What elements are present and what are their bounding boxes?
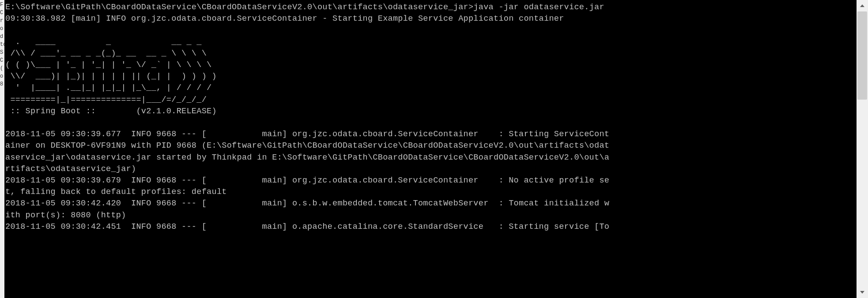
chevron-up-icon bbox=[860, 4, 864, 7]
log-line: 09:30:38.982 [main] INFO org.jzc.odata.c… bbox=[5, 14, 564, 23]
vertical-scrollbar[interactable] bbox=[857, 0, 868, 298]
scroll-track[interactable] bbox=[857, 11, 868, 287]
spring-ascii-art: . ____ _ __ _ _ /\\ / ___'_ __ _ _(_)_ _… bbox=[5, 37, 217, 116]
scroll-up-button[interactable] bbox=[857, 0, 868, 11]
terminal-output: E:\Software\GitPath\CBoardODataService\C… bbox=[4, 0, 857, 235]
chevron-down-icon bbox=[860, 291, 864, 294]
log-line: 2018-11-05 09:30:42.451 INFO 9668 --- [ … bbox=[5, 222, 609, 231]
log-line: 2018-11-05 09:30:39.679 INFO 9668 --- [ … bbox=[5, 176, 609, 185]
log-line: ith port(s): 8080 (http) bbox=[5, 211, 126, 220]
prompt-line: E:\Software\GitPath\CBoardODataService\C… bbox=[5, 3, 604, 12]
scroll-down-button[interactable] bbox=[857, 287, 868, 298]
log-line: t, falling back to default profiles: def… bbox=[5, 187, 227, 197]
log-line: ainer on DESKTOP-6VF91N9 with PID 9668 (… bbox=[5, 141, 609, 150]
log-line: 2018-11-05 09:30:39.677 INFO 9668 --- [ … bbox=[5, 130, 609, 139]
editor-gutter: F C r o d to S C ( o 8 bbox=[0, 0, 4, 298]
scroll-thumb[interactable] bbox=[857, 11, 867, 100]
terminal-window[interactable]: E:\Software\GitPath\CBoardODataService\C… bbox=[4, 0, 857, 298]
log-line: aservice_jar\odataservice.jar started by… bbox=[5, 153, 609, 162]
log-line: rtifacts\odataservice_jar) bbox=[5, 164, 136, 174]
log-line: 2018-11-05 09:30:42.420 INFO 9668 --- [ … bbox=[5, 199, 609, 208]
